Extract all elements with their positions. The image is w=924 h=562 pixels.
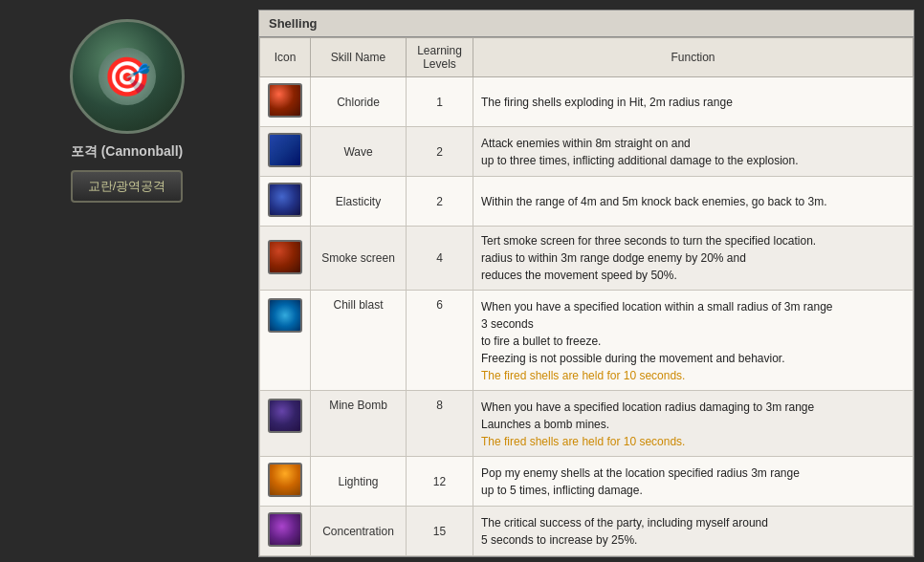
table-title: Shelling (259, 11, 913, 37)
skill-level: 1 (407, 77, 473, 127)
skill-name: Chloride (311, 77, 407, 127)
skill-icon-cell (260, 507, 311, 556)
table-row: Chill blast6When you have a specified lo… (260, 291, 913, 391)
skill-level: 6 (407, 291, 473, 391)
skill-table: Icon Skill Name LearningLevels Function … (259, 37, 913, 556)
skill-icon-cell (260, 77, 311, 127)
skill-table-container: Shelling Icon Skill Name LearningLevels … (258, 10, 914, 557)
skill-level: 4 (407, 227, 473, 291)
skill-icon-cell (260, 227, 311, 291)
table-row: Wave2Attack enemies within 8m straight o… (260, 127, 913, 177)
skill-function: The firing shells exploding in Hit, 2m r… (473, 77, 913, 127)
skill-function: Attack enemies within 8m straight on and… (473, 127, 913, 177)
skill-icon-image (270, 514, 300, 545)
skill-icon-image (270, 400, 300, 431)
right-panel: Shelling Icon Skill Name LearningLevels … (253, 0, 924, 562)
skill-level: 2 (407, 127, 473, 177)
character-name: 포격 (Cannonball) (71, 143, 183, 161)
header-skill-name: Skill Name (311, 38, 407, 77)
table-row: Lighting12Pop my enemy shells at the loc… (260, 457, 913, 507)
skill-function: Tert smoke screen for three seconds to t… (473, 227, 913, 291)
skill-name: Chill blast (311, 291, 407, 391)
header-learning-levels: LearningLevels (407, 38, 473, 77)
header-function: Function (473, 38, 913, 77)
skill-icon-cell (260, 127, 311, 177)
skill-function: When you have a specified location radiu… (473, 391, 913, 457)
table-row: Concentration15The critical success of t… (260, 507, 913, 556)
left-panel: 포격 (Cannonball) 교란/광역공격 (0, 0, 253, 562)
table-row: Elasticity2Within the range of 4m and 5m… (260, 177, 913, 227)
header-icon: Icon (260, 38, 311, 77)
table-row: Smoke screen4Tert smoke screen for three… (260, 227, 913, 291)
skill-function: Pop my enemy shells at the location spec… (473, 457, 913, 507)
skill-highlight: The fired shells are held for 10 seconds… (481, 369, 685, 382)
skill-level: 12 (407, 457, 473, 507)
skill-icon-image (270, 242, 300, 272)
skill-name: Lighting (311, 457, 407, 507)
skill-function: The critical success of the party, inclu… (473, 507, 913, 556)
table-row: Mine Bomb8When you have a specified loca… (260, 391, 913, 457)
table-header-row: Icon Skill Name LearningLevels Function (260, 38, 913, 77)
class-button[interactable]: 교란/광역공격 (71, 170, 184, 203)
skill-icon-cell (260, 291, 311, 391)
skill-icon-image (270, 85, 300, 116)
skill-name: Mine Bomb (311, 391, 407, 457)
skill-level: 8 (407, 391, 473, 457)
skill-icon-image (270, 184, 300, 215)
skill-icon-cell (260, 457, 311, 507)
skill-icon-cell (260, 391, 311, 457)
skill-icon-image (270, 465, 300, 495)
skill-level: 2 (407, 177, 473, 227)
table-row: Chloride1The firing shells exploding in … (260, 77, 913, 127)
skill-name: Wave (311, 127, 407, 177)
skill-name: Elasticity (311, 177, 407, 227)
skill-function: Within the range of 4m and 5m knock back… (473, 177, 913, 227)
skill-icon-image (270, 135, 300, 165)
skill-icon-cell (260, 177, 311, 227)
skill-level: 15 (407, 507, 473, 556)
skill-icon-image (270, 300, 300, 331)
character-icon (70, 19, 185, 134)
skill-function: When you have a specified location withi… (473, 291, 913, 391)
skill-name: Concentration (311, 507, 407, 556)
skill-name: Smoke screen (311, 227, 407, 291)
skill-highlight: The fired shells are held for 10 seconds… (481, 435, 685, 448)
